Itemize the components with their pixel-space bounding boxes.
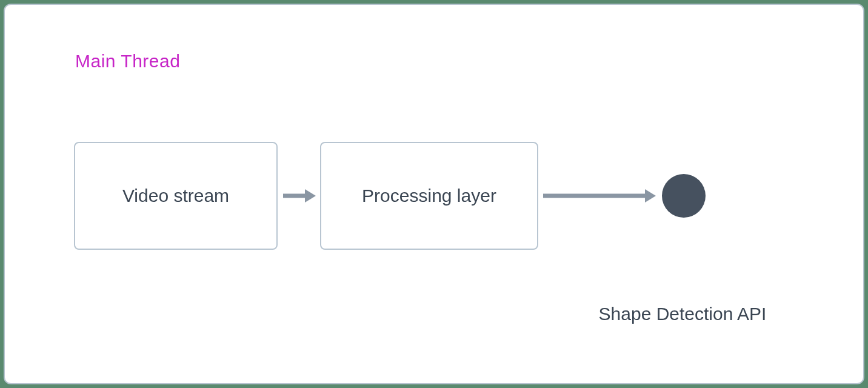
main-thread-frame: Main Thread Video stream Processing laye…	[4, 4, 864, 384]
svg-marker-1	[305, 189, 316, 202]
svg-marker-3	[645, 189, 656, 202]
flow-row: Video stream Processing layer Shape Dete…	[74, 142, 706, 250]
node-video-stream: Video stream	[74, 142, 278, 250]
node-video-stream-label: Video stream	[122, 186, 229, 206]
node-processing-layer: Processing layer	[320, 142, 538, 250]
thread-title: Main Thread	[75, 51, 180, 72]
node-processing-layer-label: Processing layer	[362, 186, 496, 206]
arrow-right-icon	[538, 184, 659, 208]
arrow-right-icon	[278, 184, 320, 208]
node-shape-detection-api: Shape Detection API	[659, 174, 706, 218]
node-shape-detection-api-label: Shape Detection API	[599, 304, 767, 324]
circle-icon	[662, 174, 706, 218]
